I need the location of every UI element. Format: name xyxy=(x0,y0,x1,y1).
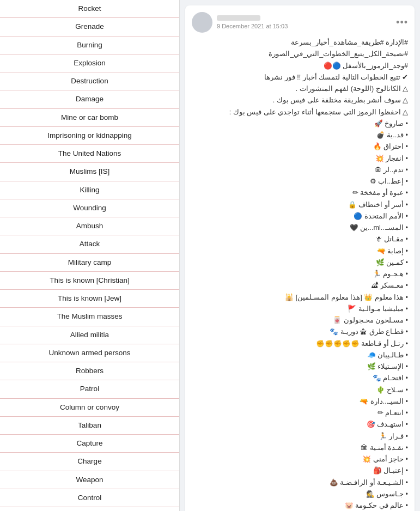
list-item: Column or convoy xyxy=(0,399,179,417)
list-item: Destruction xyxy=(0,72,179,90)
list-item: Grenade xyxy=(0,18,179,36)
list-item: Attack xyxy=(0,235,179,253)
avatar xyxy=(192,12,212,33)
list-item: Wounding xyxy=(0,199,179,217)
list-item: Capture xyxy=(0,435,179,453)
post-name-placeholder xyxy=(217,15,260,21)
list-item: Rocket xyxy=(0,0,179,18)
list-item: Robbers xyxy=(0,362,179,380)
list-item: Military camp xyxy=(0,254,179,272)
list-item: Storming xyxy=(0,507,179,511)
list-item: Damage xyxy=(0,90,179,108)
list-item: Muslims [IS] xyxy=(0,163,179,181)
post-meta: 9 December 2021 at 15:03 xyxy=(217,15,288,29)
list-item: Patrol xyxy=(0,380,179,398)
list-item: Ambush xyxy=(0,217,179,235)
post-card: 9 December 2021 at 15:03 ••• #الإدارة #ط… xyxy=(185,5,415,511)
list-item: This is known [Jew] xyxy=(0,290,179,308)
list-item: Explosion xyxy=(0,54,179,72)
list-item: Control xyxy=(0,489,179,507)
list-item: Allied militia xyxy=(0,326,179,344)
list-item: Unknown armed persons xyxy=(0,344,179,362)
list-item: The Muslim masses xyxy=(0,308,179,326)
right-panel: 9 December 2021 at 15:03 ••• #الإدارة #ط… xyxy=(180,0,420,511)
list-item: Mine or car bomb xyxy=(0,109,179,127)
list-item: Charge xyxy=(0,453,179,471)
list-item: This is known [Christian] xyxy=(0,272,179,290)
list-item: Weapon xyxy=(0,471,179,489)
post-header-left: 9 December 2021 at 15:03 xyxy=(192,12,288,33)
left-panel: RocketGrenadeBurningExplosionDestruction… xyxy=(0,0,180,511)
list-item: Taliban xyxy=(0,417,179,435)
list-item: Imprisoning or kidnapping xyxy=(0,127,179,145)
list-item: Burning xyxy=(0,36,179,54)
list-item: The United Nations xyxy=(0,145,179,163)
post-header: 9 December 2021 at 15:03 ••• xyxy=(192,12,408,33)
list-item: Killing xyxy=(0,181,179,199)
post-body: #الإدارة #طريقة_مشاهدة_أخبار_بسرعة #نصيح… xyxy=(192,37,408,511)
post-date: 9 December 2021 at 15:03 xyxy=(217,23,288,29)
post-options-button[interactable]: ••• xyxy=(396,17,408,28)
